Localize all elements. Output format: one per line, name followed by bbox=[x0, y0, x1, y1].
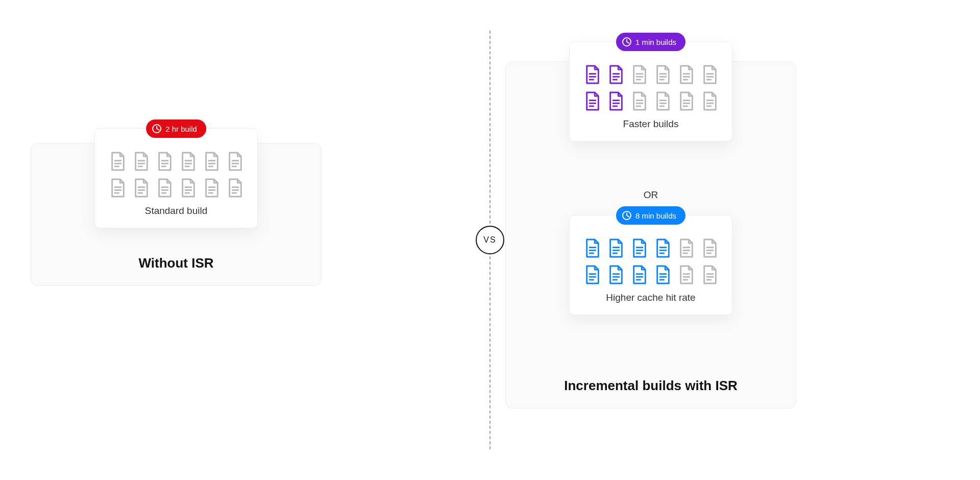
document-icon bbox=[133, 178, 150, 198]
document-icon bbox=[584, 64, 601, 85]
document-icon bbox=[607, 265, 625, 285]
build-time-pill: 8 min builds bbox=[616, 206, 685, 225]
document-icon bbox=[227, 178, 244, 198]
pill-label: 2 hr build bbox=[165, 125, 197, 133]
document-icon bbox=[109, 178, 127, 198]
document-icon bbox=[156, 151, 174, 172]
document-icon bbox=[227, 151, 244, 172]
docs-grid bbox=[109, 151, 243, 198]
document-icon bbox=[701, 238, 719, 258]
document-icon bbox=[203, 178, 220, 198]
card-caption: Standard build bbox=[109, 205, 243, 217]
diagram-canvas: VS 2 hr build bbox=[0, 0, 980, 480]
card-caption: Faster builds bbox=[584, 118, 718, 130]
document-icon bbox=[133, 151, 150, 172]
document-icon bbox=[654, 91, 672, 111]
document-icon bbox=[607, 91, 625, 111]
card-faster-builds: 1 min builds bbox=[569, 41, 732, 141]
document-icon bbox=[654, 238, 672, 258]
card-higher-cache: 8 min builds bbox=[569, 215, 732, 315]
document-icon bbox=[631, 238, 648, 258]
document-icon bbox=[631, 91, 648, 111]
card-standard-build: 2 hr build bbox=[94, 128, 258, 228]
document-icon bbox=[180, 178, 197, 198]
clock-icon bbox=[622, 211, 631, 220]
document-icon bbox=[584, 238, 601, 258]
clock-icon bbox=[152, 124, 161, 133]
document-icon bbox=[631, 64, 648, 85]
document-icon bbox=[701, 64, 719, 85]
panel-with-isr: 1 min builds bbox=[505, 61, 796, 409]
document-icon bbox=[701, 265, 719, 285]
document-icon bbox=[654, 64, 672, 85]
document-icon bbox=[678, 265, 695, 285]
docs-grid bbox=[584, 238, 718, 285]
or-separator: OR bbox=[506, 189, 796, 201]
document-icon bbox=[701, 91, 719, 111]
docs-grid bbox=[584, 64, 718, 111]
document-icon bbox=[203, 151, 220, 172]
document-icon bbox=[678, 64, 695, 85]
document-icon bbox=[584, 91, 601, 111]
document-icon bbox=[607, 238, 625, 258]
vs-badge: VS bbox=[476, 226, 504, 254]
pill-label: 1 min builds bbox=[635, 38, 676, 46]
document-icon bbox=[678, 91, 695, 111]
document-icon bbox=[584, 265, 601, 285]
document-icon bbox=[109, 151, 127, 172]
card-caption: Higher cache hit rate bbox=[584, 292, 718, 303]
document-icon bbox=[654, 265, 672, 285]
document-icon bbox=[607, 64, 625, 85]
document-icon bbox=[631, 265, 648, 285]
document-icon bbox=[156, 178, 174, 198]
panel-title: Incremental builds with ISR bbox=[506, 378, 796, 394]
document-icon bbox=[678, 238, 695, 258]
build-time-pill: 2 hr build bbox=[146, 119, 206, 138]
panel-without-isr: 2 hr build bbox=[31, 143, 322, 286]
clock-icon bbox=[622, 37, 631, 46]
document-icon bbox=[180, 151, 197, 172]
panel-title: Without ISR bbox=[31, 255, 321, 271]
build-time-pill: 1 min builds bbox=[616, 33, 685, 51]
pill-label: 8 min builds bbox=[635, 211, 676, 220]
